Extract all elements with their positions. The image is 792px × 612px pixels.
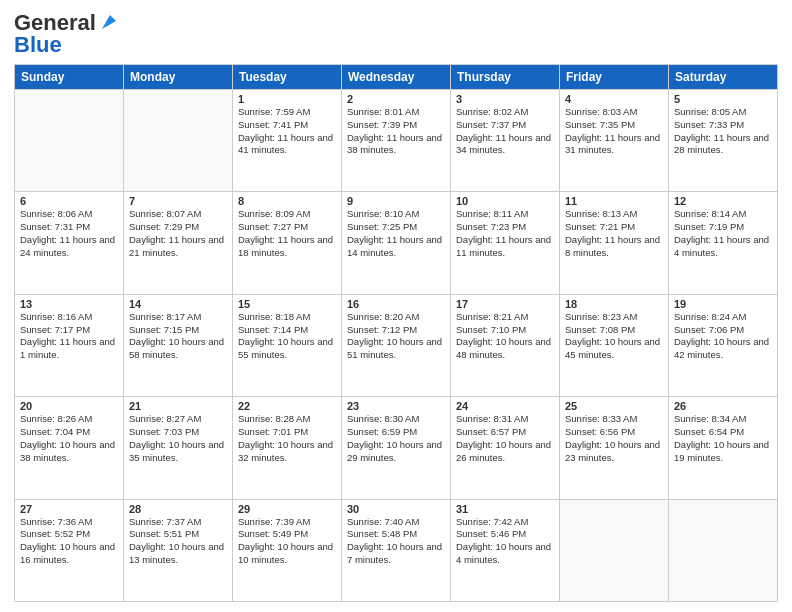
logo-arrow-icon <box>98 11 120 33</box>
cell-info: Sunrise: 8:07 AM Sunset: 7:29 PM Dayligh… <box>129 208 227 259</box>
cell-info: Sunrise: 8:26 AM Sunset: 7:04 PM Dayligh… <box>20 413 118 464</box>
cell-info: Sunrise: 8:17 AM Sunset: 7:15 PM Dayligh… <box>129 311 227 362</box>
cell-info: Sunrise: 8:16 AM Sunset: 7:17 PM Dayligh… <box>20 311 118 362</box>
cell-info: Sunrise: 8:24 AM Sunset: 7:06 PM Dayligh… <box>674 311 772 362</box>
cell-info: Sunrise: 7:42 AM Sunset: 5:46 PM Dayligh… <box>456 516 554 567</box>
day-number: 31 <box>456 503 554 515</box>
calendar-cell: 12Sunrise: 8:14 AM Sunset: 7:19 PM Dayli… <box>669 192 778 294</box>
cell-info: Sunrise: 8:01 AM Sunset: 7:39 PM Dayligh… <box>347 106 445 157</box>
calendar-cell: 11Sunrise: 8:13 AM Sunset: 7:21 PM Dayli… <box>560 192 669 294</box>
calendar-cell: 19Sunrise: 8:24 AM Sunset: 7:06 PM Dayli… <box>669 294 778 396</box>
calendar-body: 1Sunrise: 7:59 AM Sunset: 7:41 PM Daylig… <box>15 90 778 602</box>
calendar-cell: 13Sunrise: 8:16 AM Sunset: 7:17 PM Dayli… <box>15 294 124 396</box>
day-number: 8 <box>238 195 336 207</box>
day-number: 7 <box>129 195 227 207</box>
cell-info: Sunrise: 7:39 AM Sunset: 5:49 PM Dayligh… <box>238 516 336 567</box>
calendar-cell: 23Sunrise: 8:30 AM Sunset: 6:59 PM Dayli… <box>342 397 451 499</box>
calendar-cell: 15Sunrise: 8:18 AM Sunset: 7:14 PM Dayli… <box>233 294 342 396</box>
day-number: 13 <box>20 298 118 310</box>
day-header-thursday: Thursday <box>451 65 560 90</box>
calendar-cell: 2Sunrise: 8:01 AM Sunset: 7:39 PM Daylig… <box>342 90 451 192</box>
day-number: 6 <box>20 195 118 207</box>
cell-info: Sunrise: 8:14 AM Sunset: 7:19 PM Dayligh… <box>674 208 772 259</box>
day-number: 30 <box>347 503 445 515</box>
calendar-cell: 26Sunrise: 8:34 AM Sunset: 6:54 PM Dayli… <box>669 397 778 499</box>
cell-info: Sunrise: 8:06 AM Sunset: 7:31 PM Dayligh… <box>20 208 118 259</box>
page: General Blue SundayMondayTuesdayWednesda… <box>0 0 792 612</box>
calendar-cell: 16Sunrise: 8:20 AM Sunset: 7:12 PM Dayli… <box>342 294 451 396</box>
cell-info: Sunrise: 8:34 AM Sunset: 6:54 PM Dayligh… <box>674 413 772 464</box>
cell-info: Sunrise: 8:05 AM Sunset: 7:33 PM Dayligh… <box>674 106 772 157</box>
calendar-cell: 28Sunrise: 7:37 AM Sunset: 5:51 PM Dayli… <box>124 499 233 601</box>
calendar-cell: 9Sunrise: 8:10 AM Sunset: 7:25 PM Daylig… <box>342 192 451 294</box>
cell-info: Sunrise: 8:18 AM Sunset: 7:14 PM Dayligh… <box>238 311 336 362</box>
calendar-cell: 30Sunrise: 7:40 AM Sunset: 5:48 PM Dayli… <box>342 499 451 601</box>
cell-info: Sunrise: 8:27 AM Sunset: 7:03 PM Dayligh… <box>129 413 227 464</box>
cell-info: Sunrise: 8:09 AM Sunset: 7:27 PM Dayligh… <box>238 208 336 259</box>
cell-info: Sunrise: 7:36 AM Sunset: 5:52 PM Dayligh… <box>20 516 118 567</box>
calendar-cell: 4Sunrise: 8:03 AM Sunset: 7:35 PM Daylig… <box>560 90 669 192</box>
calendar-cell: 10Sunrise: 8:11 AM Sunset: 7:23 PM Dayli… <box>451 192 560 294</box>
header: General Blue <box>14 10 778 58</box>
day-number: 11 <box>565 195 663 207</box>
cell-info: Sunrise: 7:59 AM Sunset: 7:41 PM Dayligh… <box>238 106 336 157</box>
day-header-saturday: Saturday <box>669 65 778 90</box>
calendar-cell: 29Sunrise: 7:39 AM Sunset: 5:49 PM Dayli… <box>233 499 342 601</box>
day-number: 14 <box>129 298 227 310</box>
svg-marker-0 <box>102 15 116 29</box>
day-number: 5 <box>674 93 772 105</box>
day-number: 12 <box>674 195 772 207</box>
day-number: 28 <box>129 503 227 515</box>
calendar-cell: 21Sunrise: 8:27 AM Sunset: 7:03 PM Dayli… <box>124 397 233 499</box>
day-header-wednesday: Wednesday <box>342 65 451 90</box>
day-number: 26 <box>674 400 772 412</box>
day-header-monday: Monday <box>124 65 233 90</box>
calendar-table: SundayMondayTuesdayWednesdayThursdayFrid… <box>14 64 778 602</box>
day-number: 22 <box>238 400 336 412</box>
cell-info: Sunrise: 8:13 AM Sunset: 7:21 PM Dayligh… <box>565 208 663 259</box>
cell-info: Sunrise: 8:33 AM Sunset: 6:56 PM Dayligh… <box>565 413 663 464</box>
calendar-cell <box>560 499 669 601</box>
calendar-cell: 1Sunrise: 7:59 AM Sunset: 7:41 PM Daylig… <box>233 90 342 192</box>
cell-info: Sunrise: 8:23 AM Sunset: 7:08 PM Dayligh… <box>565 311 663 362</box>
cell-info: Sunrise: 8:21 AM Sunset: 7:10 PM Dayligh… <box>456 311 554 362</box>
cell-info: Sunrise: 7:37 AM Sunset: 5:51 PM Dayligh… <box>129 516 227 567</box>
calendar-cell: 18Sunrise: 8:23 AM Sunset: 7:08 PM Dayli… <box>560 294 669 396</box>
week-row-1: 6Sunrise: 8:06 AM Sunset: 7:31 PM Daylig… <box>15 192 778 294</box>
calendar-cell: 22Sunrise: 8:28 AM Sunset: 7:01 PM Dayli… <box>233 397 342 499</box>
day-number: 18 <box>565 298 663 310</box>
day-number: 17 <box>456 298 554 310</box>
day-number: 16 <box>347 298 445 310</box>
cell-info: Sunrise: 8:30 AM Sunset: 6:59 PM Dayligh… <box>347 413 445 464</box>
cell-info: Sunrise: 7:40 AM Sunset: 5:48 PM Dayligh… <box>347 516 445 567</box>
day-number: 9 <box>347 195 445 207</box>
day-header-friday: Friday <box>560 65 669 90</box>
day-number: 24 <box>456 400 554 412</box>
cell-info: Sunrise: 8:10 AM Sunset: 7:25 PM Dayligh… <box>347 208 445 259</box>
week-row-3: 20Sunrise: 8:26 AM Sunset: 7:04 PM Dayli… <box>15 397 778 499</box>
day-number: 19 <box>674 298 772 310</box>
day-header-tuesday: Tuesday <box>233 65 342 90</box>
calendar-cell: 3Sunrise: 8:02 AM Sunset: 7:37 PM Daylig… <box>451 90 560 192</box>
cell-info: Sunrise: 8:28 AM Sunset: 7:01 PM Dayligh… <box>238 413 336 464</box>
day-number: 27 <box>20 503 118 515</box>
calendar-cell: 20Sunrise: 8:26 AM Sunset: 7:04 PM Dayli… <box>15 397 124 499</box>
day-number: 29 <box>238 503 336 515</box>
calendar-cell: 14Sunrise: 8:17 AM Sunset: 7:15 PM Dayli… <box>124 294 233 396</box>
calendar-cell <box>124 90 233 192</box>
calendar-cell: 6Sunrise: 8:06 AM Sunset: 7:31 PM Daylig… <box>15 192 124 294</box>
logo-blue: Blue <box>14 32 62 57</box>
day-number: 15 <box>238 298 336 310</box>
calendar-cell <box>669 499 778 601</box>
day-number: 25 <box>565 400 663 412</box>
calendar-cell: 24Sunrise: 8:31 AM Sunset: 6:57 PM Dayli… <box>451 397 560 499</box>
day-number: 20 <box>20 400 118 412</box>
day-number: 23 <box>347 400 445 412</box>
cell-info: Sunrise: 8:11 AM Sunset: 7:23 PM Dayligh… <box>456 208 554 259</box>
calendar-cell: 8Sunrise: 8:09 AM Sunset: 7:27 PM Daylig… <box>233 192 342 294</box>
day-number: 3 <box>456 93 554 105</box>
calendar-cell: 17Sunrise: 8:21 AM Sunset: 7:10 PM Dayli… <box>451 294 560 396</box>
day-number: 1 <box>238 93 336 105</box>
calendar-cell: 7Sunrise: 8:07 AM Sunset: 7:29 PM Daylig… <box>124 192 233 294</box>
cell-info: Sunrise: 8:03 AM Sunset: 7:35 PM Dayligh… <box>565 106 663 157</box>
